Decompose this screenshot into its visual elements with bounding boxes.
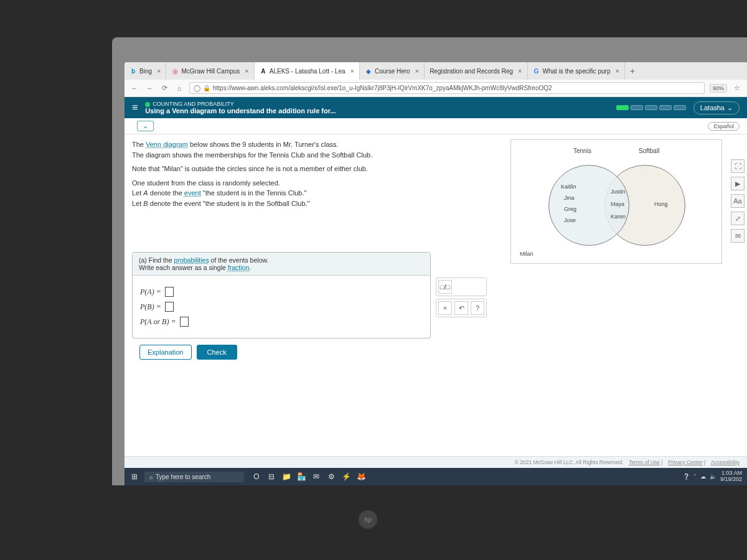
google-icon: G	[533, 67, 540, 75]
bing-icon: b	[129, 67, 137, 75]
reload-icon[interactable]: ⟳	[159, 84, 169, 92]
privacy-link[interactable]: Privacy Center	[668, 459, 703, 465]
menu-icon[interactable]: ≡	[132, 102, 138, 113]
accessibility-link[interactable]: Accessibility	[711, 459, 740, 465]
aleks-icon: A	[260, 67, 267, 75]
calculator-icon[interactable]: ⛶	[731, 159, 745, 173]
terms-link[interactable]: Terms of Use	[629, 459, 660, 465]
glossary-icon[interactable]: Aa	[731, 194, 745, 208]
clear-button[interactable]: ×	[438, 301, 452, 315]
firefox-icon[interactable]: 🦊	[354, 472, 369, 481]
close-icon[interactable]: ×	[518, 67, 522, 75]
student-name: Hong	[654, 201, 668, 207]
progress-pills	[616, 105, 686, 110]
answer-head: (a) Find the probabilities of the events…	[133, 253, 430, 276]
tab-bing[interactable]: b Bing ×	[125, 62, 166, 80]
tab-label: Course Hero	[375, 68, 410, 75]
student-name: Greg	[564, 206, 576, 212]
explanation-button[interactable]: Explanation	[139, 345, 192, 360]
start-button[interactable]: ⊞	[125, 472, 144, 481]
close-icon[interactable]: ×	[615, 67, 619, 75]
tray-chevron-icon[interactable]: ˄	[693, 474, 697, 480]
home-icon[interactable]: ⌂	[174, 85, 184, 92]
bookmark-icon[interactable]: ☆	[732, 84, 742, 92]
problem-text: The Venn diagram below shows the 9 stude…	[132, 139, 393, 208]
student-name: Milan	[520, 251, 533, 257]
url-field[interactable]: ◯ 🔒 https://www-awn.aleks.com/alekscgi/x…	[189, 82, 705, 94]
sub-bar: ⌄ Español	[125, 118, 747, 134]
close-icon[interactable]: ×	[415, 67, 419, 75]
answer-input-pb[interactable]	[165, 302, 174, 312]
venn-diagram-link[interactable]: Venn diagram	[146, 141, 188, 148]
student-name: Karen	[611, 213, 626, 220]
tennis-label: Tennis	[573, 147, 591, 154]
message-icon[interactable]: ✉	[731, 229, 745, 243]
probabilities-link[interactable]: probabilities	[174, 256, 209, 264]
taskbar-search[interactable]: ⌕ Type here to search	[144, 472, 244, 482]
zoom-badge[interactable]: 90%	[710, 84, 727, 93]
tab-label: What is the specific purp	[543, 68, 611, 75]
lock-icon: 🔒	[203, 85, 210, 91]
search-icon: ⌕	[149, 474, 153, 480]
close-icon[interactable]: ×	[245, 67, 248, 75]
cortana-icon[interactable]: O	[249, 472, 264, 481]
taskbar-clock[interactable]: 1:03 AM 9/19/202	[720, 470, 742, 483]
student-name: Jose	[564, 217, 576, 223]
system-tray[interactable]: ❔ ˄ ☁ 🔈 1:03 AM 9/19/202	[683, 470, 747, 483]
store-icon[interactable]: 🏪	[294, 472, 309, 481]
tab-aleks[interactable]: A ALEKS - Latasha Lott - Lea ×	[255, 62, 360, 80]
student-name: Jina	[564, 195, 575, 201]
tab-coursehero[interactable]: ◆ Course Hero ×	[360, 62, 425, 80]
tab-google[interactable]: G What is the specific purp ×	[528, 62, 625, 80]
topic-title: Using a Venn diagram to understand the a…	[145, 107, 616, 114]
math-toolbar: □/□ × ↶ ?	[436, 278, 487, 317]
equation-pa: P(A) =	[140, 287, 423, 297]
tab-registration[interactable]: Registration and Records Reg ×	[425, 62, 527, 80]
tab-label: McGraw Hill Campus	[181, 68, 240, 75]
check-button[interactable]: Check	[197, 345, 237, 360]
close-icon[interactable]: ×	[350, 67, 354, 75]
video-icon[interactable]: ▶	[731, 177, 745, 190]
undo-button[interactable]: ↶	[454, 301, 468, 315]
url-bar: ← → ⟳ ⌂ ◯ 🔒 https://www-awn.aleks.com/al…	[125, 80, 747, 97]
answer-input-pa[interactable]	[165, 287, 174, 297]
tray-cloud-icon[interactable]: ☁	[700, 474, 706, 480]
expand-button[interactable]: ⌄	[137, 121, 154, 131]
answer-input-paorb[interactable]	[180, 317, 189, 327]
answer-card: (a) Find the probabilities of the events…	[132, 252, 431, 338]
help-button[interactable]: ?	[471, 301, 484, 315]
fraction-link[interactable]: fraction	[228, 264, 249, 271]
shield-icon: ◯	[194, 85, 200, 91]
windows-taskbar: ⊞ ⌕ Type here to search O ⊟ 📁 🏪 ✉ ⚙ ⚡ 🦊 …	[125, 468, 747, 485]
settings-icon[interactable]: ⚙	[324, 472, 339, 481]
copyright-bar: © 2021 McGraw Hill LLC. All Rights Reser…	[125, 456, 747, 468]
search-placeholder: Type here to search	[156, 474, 210, 480]
new-tab-button[interactable]: +	[625, 66, 640, 76]
power-icon[interactable]: ⚡	[339, 472, 354, 481]
tab-mcgraw[interactable]: ◎ McGraw Hill Campus ×	[166, 62, 254, 80]
equation-pb: P(B) =	[140, 302, 423, 312]
explorer-icon[interactable]: 📁	[279, 472, 294, 481]
back-icon[interactable]: ←	[129, 85, 139, 92]
tab-label: ALEKS - Latasha Lott - Lea	[270, 68, 345, 75]
fraction-tool-button[interactable]: □/□	[438, 280, 452, 294]
content-area: The Venn diagram below shows the 9 stude…	[125, 134, 747, 456]
user-name: Latasha	[700, 104, 725, 111]
coursehero-icon: ◆	[365, 67, 372, 75]
student-name: Kaitlin	[561, 184, 576, 190]
language-button[interactable]: Español	[708, 122, 740, 131]
close-icon[interactable]: ×	[157, 67, 161, 75]
side-toolbar: ⛶ ▶ Aa ⤢ ✉	[731, 159, 745, 243]
tab-label: Registration and Records Reg	[430, 68, 513, 75]
browser-tabs-bar: b Bing × ◎ McGraw Hill Campus × A ALEKS …	[125, 62, 747, 80]
forward-icon[interactable]: →	[144, 85, 154, 92]
user-menu-button[interactable]: Latasha ⌄	[693, 101, 740, 114]
taskview-icon[interactable]: ⊟	[264, 472, 279, 481]
expand-icon[interactable]: ⤢	[731, 212, 745, 225]
tray-help-icon[interactable]: ❔	[683, 474, 690, 480]
mail-icon[interactable]: ✉	[309, 472, 324, 481]
venn-diagram-panel: Tennis Softball Kaitlin Jina Greg Jose J…	[510, 139, 722, 264]
event-link[interactable]: event	[184, 189, 201, 197]
url-text: https://www-awn.aleks.com/alekscgi/x/Isl…	[213, 85, 552, 91]
tray-volume-icon[interactable]: 🔈	[710, 474, 716, 480]
